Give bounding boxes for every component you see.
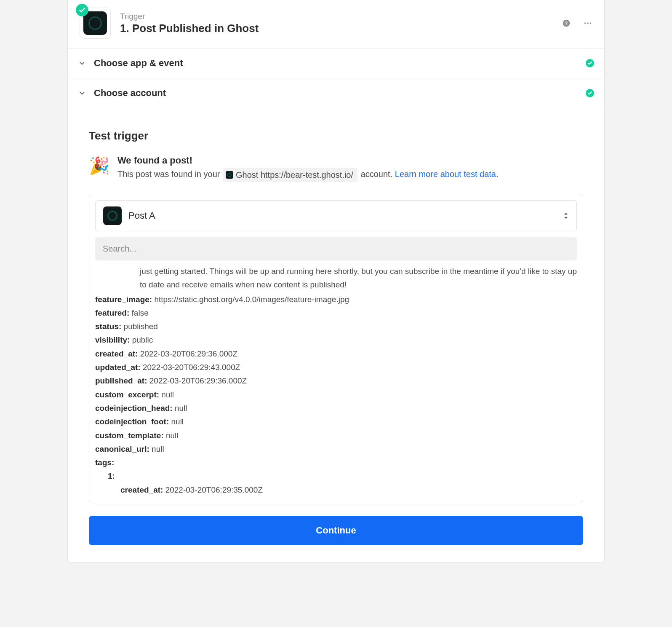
- field-tags-1-created-at: created_at: 2022-03-20T06:29:35.000Z: [120, 483, 577, 497]
- field-published-at: published_at: 2022-03-20T06:29:36.000Z: [95, 374, 577, 388]
- test-trigger-heading: Test trigger: [89, 129, 583, 142]
- ghost-app-icon: [83, 11, 107, 35]
- field-status: status: published: [95, 320, 577, 333]
- svg-marker-6: [564, 217, 568, 219]
- post-selector-label: Post A: [128, 210, 563, 221]
- party-popper-icon: 🎉: [89, 156, 110, 176]
- found-title: We found a post!: [117, 155, 499, 166]
- trigger-panel: Trigger 1. Post Published in Ghost ? Cho…: [67, 0, 605, 563]
- choose-app-event-row[interactable]: Choose app & event: [68, 48, 604, 78]
- account-chip-label: Ghost https://bear-test.ghost.io/: [236, 169, 353, 181]
- header-title: 1. Post Published in Ghost: [120, 22, 562, 35]
- body-text: just getting started. Things will be up …: [140, 265, 577, 292]
- choose-account-row[interactable]: Choose account: [68, 78, 604, 108]
- field-tags: tags:: [95, 456, 577, 469]
- more-menu-icon[interactable]: [583, 19, 592, 28]
- test-trigger-section: Test trigger 🎉 We found a post! This pos…: [68, 108, 604, 562]
- field-updated-at: updated_at: 2022-03-20T06:29:43.000Z: [95, 361, 577, 374]
- check-icon: [586, 59, 594, 67]
- field-codeinjection-foot: codeinjection_foot: null: [95, 415, 577, 429]
- svg-point-2: [584, 22, 586, 24]
- help-icon[interactable]: ?: [562, 19, 571, 27]
- check-icon: [586, 89, 594, 97]
- field-custom-excerpt: custom_excerpt: null: [95, 388, 577, 402]
- chevron-down-icon: [78, 89, 86, 97]
- field-visibility: visibility: public: [95, 333, 577, 347]
- search-input[interactable]: [95, 237, 577, 260]
- section-title: Choose app & event: [94, 58, 183, 69]
- field-featured: featured: false: [95, 306, 577, 320]
- account-chip: Ghost https://bear-test.ghost.io/: [223, 168, 357, 182]
- field-tags-1: 1:: [108, 469, 577, 483]
- ghost-app-icon: [226, 171, 233, 179]
- found-description: This post was found in your Ghost https:…: [117, 168, 499, 182]
- field-custom-template: custom_template: null: [95, 429, 577, 442]
- section-title: Choose account: [94, 88, 166, 99]
- data-list: just getting started. Things will be up …: [95, 265, 577, 497]
- svg-point-3: [587, 22, 589, 24]
- sort-caret-icon: [563, 212, 569, 220]
- field-created-at: created_at: 2022-03-20T06:29:36.000Z: [95, 347, 577, 361]
- field-canonical-url: canonical_url: null: [95, 442, 577, 456]
- found-block: 🎉 We found a post! This post was found i…: [89, 155, 583, 182]
- header-text: Trigger 1. Post Published in Ghost: [120, 12, 562, 35]
- success-check-badge: [76, 4, 88, 16]
- header-label: Trigger: [120, 12, 562, 21]
- panel-header: Trigger 1. Post Published in Ghost ?: [68, 0, 604, 48]
- svg-marker-5: [564, 213, 568, 215]
- result-box: Post A just getting started. Things will…: [89, 194, 583, 503]
- field-feature-image: feature_image: https://static.ghost.org/…: [95, 293, 577, 306]
- post-selector[interactable]: Post A: [95, 200, 577, 231]
- field-codeinjection-head: codeinjection_head: null: [95, 402, 577, 415]
- learn-more-link[interactable]: Learn more about test data: [395, 169, 496, 179]
- svg-point-4: [590, 22, 592, 24]
- continue-button[interactable]: Continue: [89, 516, 583, 545]
- chevron-down-icon: [78, 59, 86, 67]
- ghost-app-icon: [103, 206, 122, 225]
- app-icon-container: [80, 8, 111, 39]
- svg-text:?: ?: [565, 20, 568, 26]
